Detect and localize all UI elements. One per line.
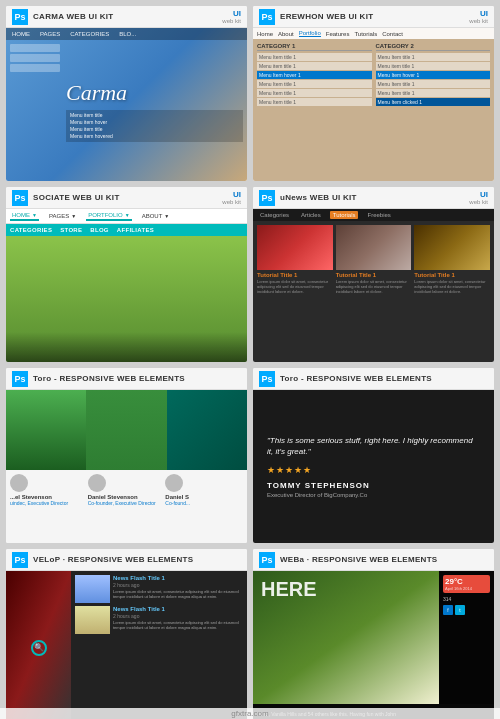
toro1-title: Toro - RESPONSIVE WEB ELEMENTS [33, 374, 241, 383]
unews-article-3-image [414, 225, 490, 270]
toro1-avatar-1 [10, 474, 28, 492]
erewhon-content: CATEGORY 1 Menu Item title 1 Menu item t… [253, 39, 494, 181]
unews-article-1-text: Lorem ipsum dolor sit amet, consectetur … [257, 279, 333, 295]
carma-nav-pages[interactable]: PAGES [38, 30, 62, 38]
unews-nav: Categories Articles Tutorials Freebies [253, 209, 494, 221]
carma-logo: Carma [66, 80, 243, 106]
unews-article-2: Tutorial Title 1 Lorem ipsum dolor sit a… [336, 225, 412, 358]
ps-icon-erewhon: Ps [259, 9, 275, 25]
velop-article-1-image [75, 575, 110, 603]
sociate-nav-about[interactable]: ABOUT ▼ [140, 211, 172, 221]
velop-article-2-title: News Flash Title 1 [113, 606, 243, 612]
unews-nav-freebies[interactable]: Freebies [364, 211, 393, 219]
unews-nav-tutorials[interactable]: Tutorials [330, 211, 359, 219]
unews-article-3: Tutorial Title 1 Lorem ipsum dolor sit a… [414, 225, 490, 358]
erewhon-col1-item-2[interactable]: Menu item title 1 [257, 62, 372, 70]
sociate-nav-home[interactable]: HOME ▼ [10, 211, 39, 221]
unews-nav-categories[interactable]: Categories [257, 211, 292, 219]
carma-nav-categories[interactable]: CATEGORIES [68, 30, 111, 38]
sociate-subnav: CATEGORIES STORE BLOG AFFILIATES [6, 224, 247, 236]
toro1-member-2: Daniel Stevenson Co-founder, Executive D… [88, 474, 166, 539]
erewhon-col2-item-5[interactable]: Menu Item title 1 [376, 89, 491, 97]
ps-icon-velop: Ps [12, 552, 28, 568]
sociate-subnav-store[interactable]: STORE [60, 227, 82, 233]
erewhon-col2-item-4[interactable]: Menu Item title 1 [376, 80, 491, 88]
erewhon-col2-item-6[interactable]: Menu Item clicked 1 [376, 98, 491, 106]
velop-hero-image: 🔍 [6, 571, 71, 719]
main-grid: Ps CARMA WEB UI KIT UI web kit HOME PAGE… [0, 0, 500, 719]
card-unews: Ps uNews WEB UI KIT UI web kit Categorie… [253, 187, 494, 362]
unews-body: Categories Articles Tutorials Freebies T… [253, 209, 494, 362]
ps-icon-toro1: Ps [12, 371, 28, 387]
unews-title: uNews WEB UI KIT [280, 193, 469, 202]
velop-search-icon[interactable]: 🔍 [31, 640, 47, 656]
erewhon-col1-item-5[interactable]: Menu Item title 1 [257, 89, 372, 97]
unews-article-2-text: Lorem ipsum dolor sit amet, consectetur … [336, 279, 412, 295]
velop-main: 🔍 News Flash Title 1 2 hours ago Lorem i… [6, 571, 247, 719]
carma-nav-blog[interactable]: BLO... [117, 30, 138, 38]
velop-article-1-content: News Flash Title 1 2 hours ago Lorem ips… [113, 575, 243, 603]
erewhon-nav-about[interactable]: About [278, 31, 294, 37]
carma-menu-item-2[interactable]: Menu item hover [70, 119, 239, 125]
sociate-image-overlay [6, 332, 247, 362]
erewhon-col1-title: CATEGORY 1 [257, 43, 372, 51]
velop-body: 🔍 News Flash Title 1 2 hours ago Lorem i… [6, 571, 247, 719]
erewhon-col2: CATEGORY 2 Menu Item title 1 Menu item t… [376, 43, 491, 177]
toro1-member-1: ...el Stevenson uindec, Executive Direct… [10, 474, 88, 539]
carma-menu-item-3[interactable]: Menu item title [70, 126, 239, 132]
unews-article-1-title: Tutorial Title 1 [257, 272, 333, 278]
erewhon-col1-item-4[interactable]: Menu Item title 1 [257, 80, 372, 88]
toro1-header: Ps Toro - RESPONSIVE WEB ELEMENTS [6, 368, 247, 390]
unews-header: Ps uNews WEB UI KIT UI web kit [253, 187, 494, 209]
sociate-hero-image [6, 236, 247, 362]
erewhon-col2-item-2[interactable]: Menu item title 1 [376, 62, 491, 70]
card-carma: Ps CARMA WEB UI KIT UI web kit HOME PAGE… [6, 6, 247, 181]
card-velop: Ps VELoP · RESPONSIVE WEB ELEMENTS 🔍 New… [6, 549, 247, 719]
sociate-subnav-blog[interactable]: BLOG [90, 227, 109, 233]
erewhon-col2-item-3[interactable]: Menu Item hover 1 [376, 71, 491, 79]
carma-nav-home[interactable]: HOME [10, 30, 32, 38]
unews-articles-grid: Tutorial Title 1 Lorem ipsum dolor sit a… [253, 221, 494, 362]
erewhon-col1-item-3[interactable]: Menu Item hover 1 [257, 71, 372, 79]
sociate-nav-portfolio[interactable]: PORTFOLIO ▼ [86, 211, 132, 221]
sociate-subnav-categories[interactable]: CATEGORIES [10, 227, 52, 233]
weba-temperature: 29°C [445, 577, 488, 586]
unews-article-3-title: Tutorial Title 1 [414, 272, 490, 278]
carma-content: Carma Menu item title Menu item hover Me… [6, 40, 247, 181]
erewhon-nav-home[interactable]: Home [257, 31, 273, 37]
weba-twitter-icon[interactable]: t [455, 605, 465, 615]
carma-menu-item-4[interactable]: Menu item hovered [70, 133, 239, 139]
velop-article-2-image [75, 606, 110, 634]
erewhon-nav-portfolio[interactable]: Portfolio [299, 30, 321, 37]
sociate-subnav-affiliates[interactable]: AFFILIATES [117, 227, 154, 233]
erewhon-nav-contact[interactable]: Contact [382, 31, 403, 37]
erewhon-col1-item-1[interactable]: Menu Item title 1 [257, 53, 372, 61]
unews-article-2-image [336, 225, 412, 270]
unews-article-1-image [257, 225, 333, 270]
erewhon-nav-features[interactable]: Features [326, 31, 350, 37]
toro1-body: ...el Stevenson uindec, Executive Direct… [6, 390, 247, 543]
carma-sidebar-item-3 [10, 64, 60, 72]
weba-hero-image: HERE [253, 571, 439, 704]
velop-article-2: News Flash Title 1 2 hours ago Lorem ips… [75, 606, 243, 634]
weba-header: Ps WEBa · RESPONSIVE WEB ELEMENTS [253, 549, 494, 571]
weba-weather-widget: 29°C April 16th 2014 [443, 575, 490, 593]
weba-facebook-icon[interactable]: f [443, 605, 453, 615]
erewhon-nav-tutorials[interactable]: Tutorials [354, 31, 377, 37]
velop-article-1: News Flash Title 1 2 hours ago Lorem ips… [75, 575, 243, 603]
erewhon-col1-item-6[interactable]: Menu Item title 1 [257, 98, 372, 106]
sociate-nav-pages[interactable]: PAGES ▼ [47, 211, 78, 221]
unews-article-1: Tutorial Title 1 Lorem ipsum dolor sit a… [257, 225, 333, 358]
toro1-image-1 [6, 390, 86, 470]
erewhon-col2-item-1[interactable]: Menu Item title 1 [376, 53, 491, 61]
card-sociate: Ps SOCIATE WEB UI KIT UI web kit HOME ▼ … [6, 187, 247, 362]
carma-menu-item-1[interactable]: Menu item title [70, 112, 239, 118]
carma-main: Carma Menu item title Menu item hover Me… [66, 44, 243, 177]
velop-article-2-time: 2 hours ago [113, 613, 243, 619]
sociate-nav: HOME ▼ PAGES ▼ PORTFOLIO ▼ ABOUT ▼ [6, 209, 247, 224]
carma-badge: UI web kit [222, 10, 241, 24]
velop-article-2-content: News Flash Title 1 2 hours ago Lorem ips… [113, 606, 243, 634]
unews-badge: UI web kit [469, 191, 488, 205]
velop-article-1-title: News Flash Title 1 [113, 575, 243, 581]
unews-nav-articles[interactable]: Articles [298, 211, 324, 219]
